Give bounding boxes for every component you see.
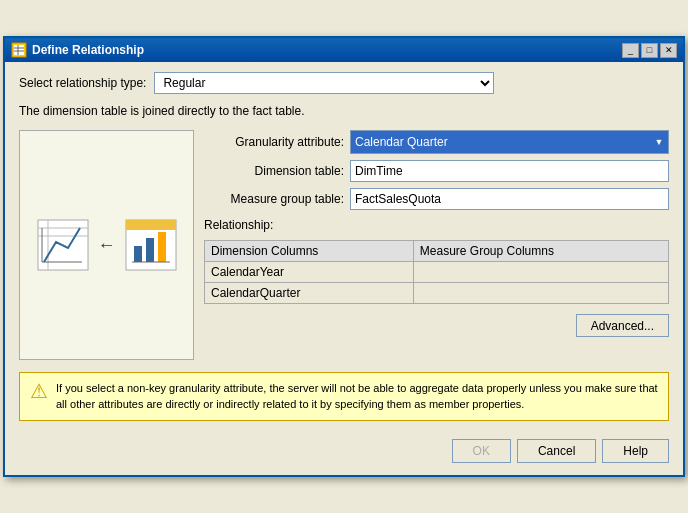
title-bar: Define Relationship _ □ ✕ bbox=[5, 38, 683, 62]
svg-rect-1 bbox=[14, 45, 24, 55]
measure-group-table-value: FactSalesQuota bbox=[350, 188, 669, 210]
granularity-label: Granularity attribute: bbox=[204, 135, 344, 149]
warning-box: ⚠ If you select a non-key granularity at… bbox=[19, 372, 669, 421]
define-relationship-dialog: Define Relationship _ □ ✕ Select relatio… bbox=[3, 36, 685, 477]
measure-group-columns-header: Measure Group Columns bbox=[413, 241, 668, 262]
table-row[interactable]: CalendarQuarter bbox=[205, 283, 669, 304]
measure-group-table-label: Measure group table: bbox=[204, 192, 344, 206]
granularity-row: Granularity attribute: Calendar Quarter … bbox=[204, 130, 669, 154]
relationship-type-row: Select relationship type: Regular bbox=[19, 72, 669, 94]
advanced-button[interactable]: Advanced... bbox=[576, 314, 669, 337]
calendar-quarter-measure-cell bbox=[413, 283, 668, 304]
main-content: ← Granularity att bbox=[19, 130, 669, 360]
warning-icon: ⚠ bbox=[30, 381, 48, 401]
visual-panel: ← bbox=[19, 130, 194, 360]
relationship-table: Dimension Columns Measure Group Columns … bbox=[204, 240, 669, 304]
maximize-button[interactable]: □ bbox=[641, 43, 658, 58]
measure-group-table-row: Measure group table: FactSalesQuota bbox=[204, 188, 669, 210]
cancel-button[interactable]: Cancel bbox=[517, 439, 596, 463]
close-button[interactable]: ✕ bbox=[660, 43, 677, 58]
calendar-year-measure-cell bbox=[413, 262, 668, 283]
svg-rect-12 bbox=[126, 220, 176, 230]
granularity-dropdown-arrow[interactable]: ▼ bbox=[650, 131, 668, 153]
right-panel: Granularity attribute: Calendar Quarter … bbox=[204, 130, 669, 360]
dialog-title: Define Relationship bbox=[32, 43, 144, 57]
arrow-icon: ← bbox=[98, 235, 116, 256]
measure-group-icon bbox=[124, 218, 178, 272]
dimension-table-value: DimTime bbox=[350, 160, 669, 182]
calendar-quarter-cell: CalendarQuarter bbox=[205, 283, 414, 304]
calendar-year-cell: CalendarYear bbox=[205, 262, 414, 283]
relationship-type-label: Select relationship type: bbox=[19, 76, 146, 90]
svg-rect-13 bbox=[134, 246, 142, 262]
visual-inner: ← bbox=[36, 218, 178, 272]
dimension-columns-header: Dimension Columns bbox=[205, 241, 414, 262]
ok-button[interactable]: OK bbox=[452, 439, 511, 463]
granularity-value: Calendar Quarter bbox=[351, 131, 650, 153]
dialog-icon bbox=[11, 42, 27, 58]
dimension-table-label: Dimension table: bbox=[204, 164, 344, 178]
granularity-container[interactable]: Calendar Quarter ▼ bbox=[350, 130, 669, 154]
description-text: The dimension table is joined directly t… bbox=[19, 104, 669, 118]
advanced-row: Advanced... bbox=[204, 314, 669, 337]
dimension-table-row: Dimension table: DimTime bbox=[204, 160, 669, 182]
dimension-cube-icon bbox=[36, 218, 90, 272]
dialog-footer: OK Cancel Help bbox=[5, 431, 683, 475]
help-button[interactable]: Help bbox=[602, 439, 669, 463]
table-row[interactable]: CalendarYear bbox=[205, 262, 669, 283]
title-controls: _ □ ✕ bbox=[622, 43, 677, 58]
dialog-body: Select relationship type: Regular The di… bbox=[5, 62, 683, 431]
minimize-button[interactable]: _ bbox=[622, 43, 639, 58]
svg-rect-15 bbox=[158, 232, 166, 262]
svg-rect-14 bbox=[146, 238, 154, 262]
relationship-type-select[interactable]: Regular bbox=[154, 72, 494, 94]
warning-text: If you select a non-key granularity attr… bbox=[56, 381, 658, 412]
relationship-label: Relationship: bbox=[204, 218, 669, 232]
